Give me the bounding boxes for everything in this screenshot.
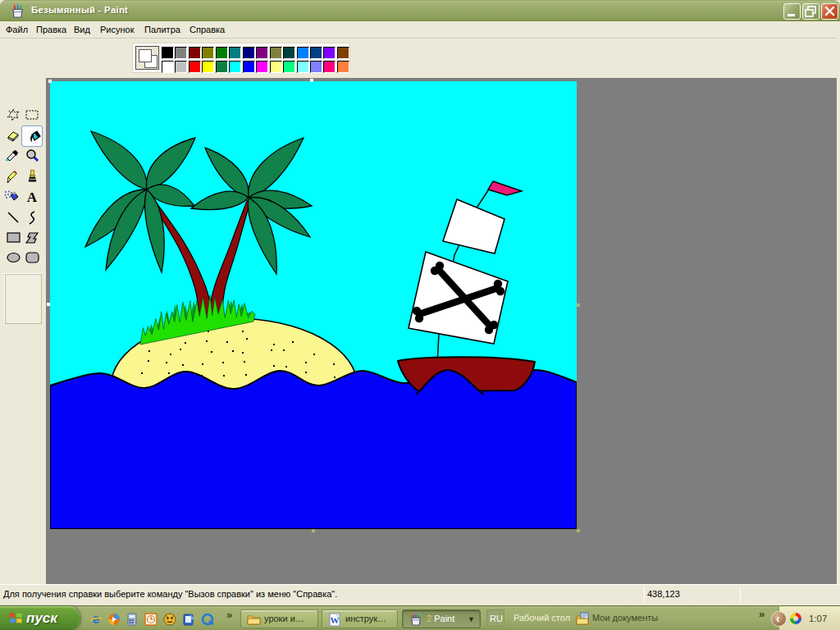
svg-text:A: A [27, 190, 38, 204]
svg-text:W: W [331, 615, 340, 625]
